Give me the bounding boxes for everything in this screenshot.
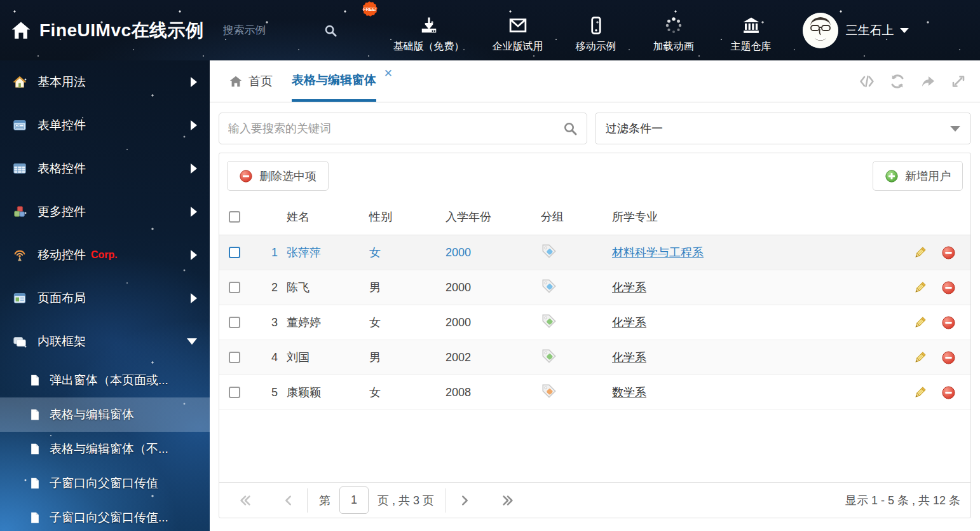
cell-year: 2008 [446, 386, 541, 399]
sidebar-subitem-grid-edit-window[interactable]: 表格与编辑窗体 [0, 397, 210, 432]
cell-gender: 女 [369, 315, 446, 330]
sidebar-item-label: 基本用法 [37, 74, 86, 90]
header-search[interactable] [223, 24, 337, 38]
delete-icon[interactable] [941, 350, 956, 365]
delete-selected-button[interactable]: 删除选中项 [227, 161, 329, 191]
windows-icon [13, 334, 27, 348]
prev-page-button[interactable] [282, 493, 296, 507]
delete-icon[interactable] [941, 315, 956, 330]
refresh-icon[interactable] [890, 74, 905, 89]
button-label: 新增用户 [905, 169, 951, 184]
nav-item-loading-animation[interactable]: 加载动画 [649, 7, 698, 53]
nav-item-theme-repo[interactable]: 主题仓库 [726, 7, 776, 53]
edit-icon[interactable] [913, 385, 927, 400]
sidebar-subitem-popup-window[interactable]: 弹出窗体（本页面或... [0, 363, 210, 397]
sidebar-item-basic-usage[interactable]: 基本用法 [0, 60, 210, 104]
table-row[interactable]: 3 董婷婷 女 2000 化学系 [219, 305, 970, 340]
nav-item-enterprise-trial[interactable]: 企业版试用 [493, 7, 543, 53]
tab-home[interactable]: 首页 [229, 60, 273, 102]
row-number: 4 [250, 351, 287, 364]
sidebar-item-inline-frame[interactable]: 内联框架 [0, 320, 210, 363]
table-row[interactable]: 2 陈飞 男 2000 化学系 [219, 270, 970, 305]
source-code-icon[interactable] [859, 74, 875, 89]
sidebar-subitem-grid-edit-window-no[interactable]: 表格与编辑窗体（不... [0, 432, 210, 466]
expand-icon[interactable] [951, 74, 966, 89]
last-page-button[interactable] [501, 493, 515, 507]
bank-icon [742, 16, 761, 35]
edit-icon[interactable] [913, 280, 927, 295]
sidebar-subitem-child-to-parent-2[interactable]: 子窗口向父窗口传值... [0, 500, 210, 531]
tab-grid-edit-window[interactable]: 表格与编辑窗体 ✕ [292, 60, 376, 102]
next-page-button[interactable] [458, 493, 472, 507]
keyword-search-input[interactable] [228, 122, 562, 135]
first-page-button[interactable] [238, 493, 252, 507]
sidebar-subitem-label: 表格与编辑窗体（不... [50, 441, 168, 457]
sidebar: 基本用法 表单控件 表格控件 更多控件 移动控件 Corp. 页面布局 内联框架… [0, 60, 210, 531]
sidebar-item-form-controls[interactable]: 表单控件 [0, 104, 210, 147]
filter-row: 过滤条件一 [210, 102, 980, 144]
edit-icon[interactable] [913, 315, 927, 330]
sidebar-item-label: 表单控件 [37, 117, 86, 134]
cell-year: 2000 [446, 246, 541, 259]
major-link[interactable]: 化学系 [612, 351, 646, 364]
divider [307, 488, 308, 513]
add-user-button[interactable]: 新增用户 [873, 161, 963, 191]
delete-icon[interactable] [941, 385, 956, 400]
sidebar-subitem-child-to-parent[interactable]: 子窗口向父窗口传值 [0, 466, 210, 500]
major-link[interactable]: 化学系 [612, 281, 646, 294]
home-icon [229, 74, 243, 88]
cell-gender: 男 [369, 280, 446, 295]
row-checkbox[interactable] [229, 317, 240, 328]
avatar [803, 13, 838, 48]
sidebar-item-page-layout[interactable]: 页面布局 [0, 277, 210, 320]
open-new-window-icon[interactable] [920, 74, 936, 89]
sidebar-item-mobile-controls[interactable]: 移动控件 Corp. [0, 233, 210, 277]
row-actions [897, 350, 970, 365]
delete-icon[interactable] [941, 245, 956, 260]
user-menu[interactable]: 三生石上 [803, 13, 909, 48]
row-actions [897, 315, 970, 330]
major-link[interactable]: 化学系 [612, 316, 646, 329]
column-header-name: 姓名 [287, 209, 369, 224]
delete-icon[interactable] [941, 280, 956, 295]
brand[interactable]: FineUIMvc在线示例 [10, 18, 204, 43]
major-link[interactable]: 数学系 [612, 386, 646, 399]
keyword-search-box[interactable] [219, 113, 587, 144]
major-link[interactable]: 材料科学与工程系 [612, 246, 704, 259]
row-checkbox[interactable] [229, 247, 240, 258]
sidebar-item-label: 更多控件 [37, 203, 86, 220]
sidebar-item-more-controls[interactable]: 更多控件 [0, 190, 210, 233]
house-icon [13, 75, 27, 89]
page-icon [29, 477, 41, 490]
nav-label: 移动示例 [576, 40, 616, 53]
nav-item-mobile-demo[interactable]: 移动示例 [571, 7, 621, 53]
nav-item-basic-edition[interactable]: FREE! 基础版（免费） [393, 7, 465, 53]
tag-icon [541, 243, 612, 262]
edit-icon[interactable] [913, 245, 927, 260]
tab-label: 首页 [248, 73, 273, 90]
page-icon [29, 443, 41, 455]
page-number-input[interactable] [339, 486, 369, 514]
nav-label: 企业版试用 [493, 40, 543, 53]
tab-bar: 首页 表格与编辑窗体 ✕ [210, 60, 980, 102]
select-all-checkbox[interactable] [229, 211, 240, 223]
close-icon[interactable]: ✕ [384, 68, 393, 79]
row-checkbox[interactable] [229, 387, 240, 398]
edit-icon[interactable] [913, 350, 927, 365]
page-icon [29, 408, 41, 421]
table-row[interactable]: 5 康颖颖 女 2008 数学系 [219, 375, 970, 410]
cubes-icon [13, 205, 27, 219]
cell-name: 董婷婷 [287, 315, 369, 330]
header-search-input[interactable] [223, 24, 318, 37]
sidebar-item-label: 表格控件 [37, 160, 86, 177]
divider [446, 488, 446, 513]
search-icon[interactable] [323, 24, 337, 38]
filter-dropdown[interactable]: 过滤条件一 [595, 113, 971, 144]
table-row[interactable]: 4 刘国 男 2002 化学系 [219, 340, 970, 375]
sidebar-item-grid-controls[interactable]: 表格控件 [0, 147, 210, 190]
search-icon[interactable] [562, 121, 578, 136]
row-checkbox[interactable] [229, 282, 240, 293]
app-title: FineUIMvc在线示例 [39, 18, 204, 43]
row-checkbox[interactable] [229, 352, 240, 363]
table-row[interactable]: 1 张萍萍 女 2000 材料科学与工程系 [219, 235, 970, 270]
